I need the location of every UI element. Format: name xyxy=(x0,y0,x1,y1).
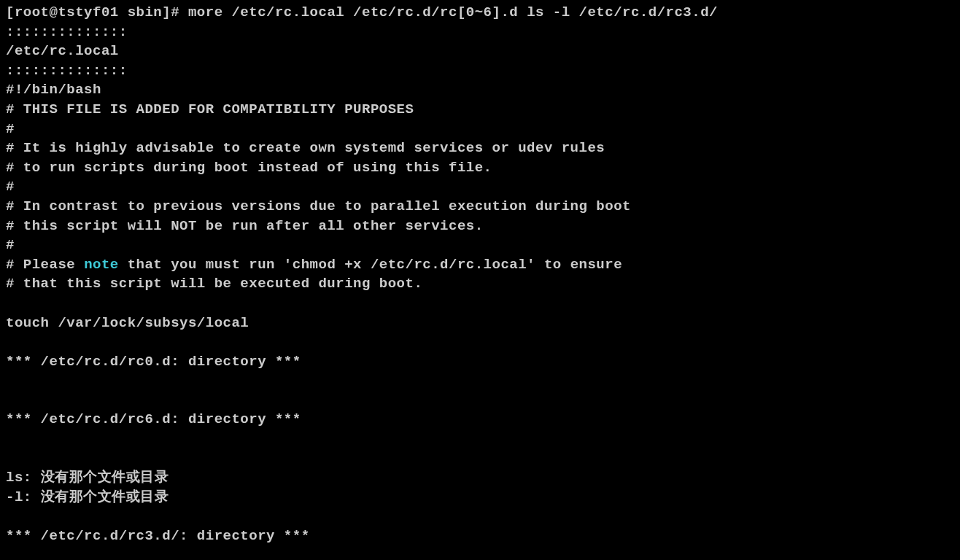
blank-line xyxy=(6,429,954,449)
blank-line xyxy=(6,294,954,314)
separator-line: :::::::::::::: xyxy=(6,61,954,81)
blank-line xyxy=(6,507,954,526)
blank-line xyxy=(6,449,954,469)
directory-marker: *** /etc/rc.d/rc0.d: directory *** xyxy=(6,352,954,372)
blank-line xyxy=(6,371,954,391)
comment-text: that you must run 'chmod +x /etc/rc.d/rc… xyxy=(119,257,622,273)
comment-line: # It is highly advisable to create own s… xyxy=(6,139,954,158)
comment-line: # Please note that you must run 'chmod +… xyxy=(6,255,954,275)
command-line: touch /var/lock/subsys/local xyxy=(6,314,954,333)
blank-line xyxy=(6,332,954,352)
shell-prompt: [root@tstyf01 sbin]# xyxy=(6,4,188,20)
highlighted-note: note xyxy=(84,257,119,273)
shebang-line: #!/bin/bash xyxy=(6,80,954,100)
comment-line: # xyxy=(6,120,954,139)
comment-line: # xyxy=(6,236,954,255)
directory-marker: *** /etc/rc.d/rc3.d/: directory *** xyxy=(6,526,954,546)
comment-line: # this script will NOT be run after all … xyxy=(6,217,954,236)
comment-text: # Please xyxy=(6,257,84,273)
separator-line: :::::::::::::: xyxy=(6,23,954,42)
comment-line: # xyxy=(6,177,954,197)
comment-line: # to run scripts during boot instead of … xyxy=(6,158,954,178)
directory-marker: *** /etc/rc.d/rc6.d: directory *** xyxy=(6,410,954,429)
shell-command: more /etc/rc.local /etc/rc.d/rc[0~6].d l… xyxy=(188,4,718,20)
terminal-prompt-line: [root@tstyf01 sbin]# more /etc/rc.local … xyxy=(6,3,954,23)
error-line: -l: 没有那个文件或目录 xyxy=(6,488,954,508)
comment-line: # THIS FILE IS ADDED FOR COMPATIBILITY P… xyxy=(6,100,954,120)
comment-line: # that this script will be executed duri… xyxy=(6,274,954,294)
comment-line: # In contrast to previous versions due t… xyxy=(6,197,954,217)
error-line: ls: 没有那个文件或目录 xyxy=(6,468,954,488)
filename-header: /etc/rc.local xyxy=(6,42,954,61)
blank-line xyxy=(6,391,954,411)
